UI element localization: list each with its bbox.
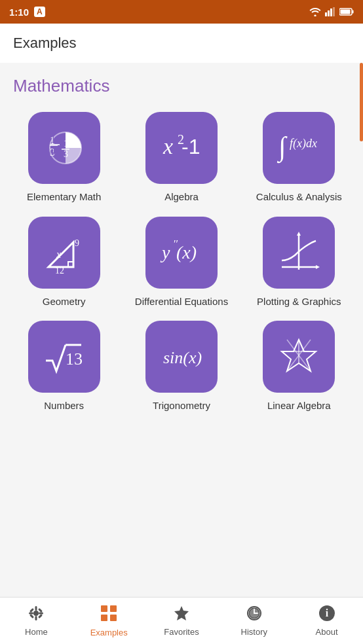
battery-icon (339, 8, 354, 16)
page-title: Examples (13, 35, 77, 52)
algebra-icon-box: x 2 -1 (145, 112, 218, 184)
svg-marker-54 (174, 606, 189, 620)
elementary-math-icon-box: 1 3 3 1 4 1 (28, 112, 100, 184)
home-icon (28, 605, 45, 624)
svg-text:9: 9 (75, 238, 79, 248)
algebra-icon: x 2 -1 (158, 124, 205, 171)
svg-rect-52 (101, 615, 107, 621)
svg-text:∫: ∫ (277, 132, 288, 164)
bottom-nav: Home Examples Favorites (0, 597, 363, 644)
header: Examples (0, 24, 363, 63)
svg-rect-6 (341, 10, 351, 14)
svg-text:sin(x): sin(x) (163, 348, 202, 367)
nav-about[interactable]: i About (290, 598, 363, 644)
svg-text:-1: -1 (182, 135, 200, 158)
differential-icon: y ′′ (x) (158, 229, 205, 276)
svg-text:1: 1 (50, 134, 56, 145)
history-icon (246, 605, 263, 624)
calculus-label: Calculus & Analysis (256, 190, 342, 204)
svg-text:f(x)dx: f(x)dx (290, 137, 317, 151)
geometry-icon-box: x 9 12 (28, 217, 100, 289)
svg-text:(x): (x) (176, 242, 197, 262)
calculus-icon-box: ∫ f(x)dx (263, 112, 335, 184)
svg-rect-53 (110, 615, 117, 621)
svg-rect-47 (38, 608, 43, 613)
nav-history[interactable]: History (218, 598, 290, 644)
scroll-indicator (360, 63, 363, 141)
svg-rect-49 (38, 614, 43, 618)
nav-about-label: About (316, 627, 338, 637)
category-trig[interactable]: sin(x) Trigonometry (128, 321, 235, 412)
linear-algebra-label: Linear Algebra (267, 399, 331, 412)
svg-rect-48 (29, 614, 34, 618)
category-calculus[interactable]: ∫ f(x)dx Calculus & Analysis (246, 112, 353, 204)
svg-rect-45 (39, 613, 43, 615)
svg-rect-43 (35, 616, 37, 620)
svg-marker-31 (316, 265, 320, 269)
differential-label: Differential Equations (135, 295, 228, 308)
category-algebra[interactable]: x 2 -1 Algebra (128, 112, 235, 204)
geometry-icon: x 9 12 (41, 229, 88, 276)
svg-text:1: 1 (64, 139, 68, 149)
trig-icon: sin(x) (158, 333, 205, 380)
section-title: Mathematics (10, 76, 353, 96)
plotting-icon (275, 229, 322, 276)
svg-rect-50 (101, 605, 107, 612)
nav-examples[interactable]: Examples (73, 598, 145, 644)
accessibility-icon: A (34, 7, 45, 17)
svg-text:i: i (325, 607, 328, 618)
svg-marker-32 (297, 232, 301, 236)
svg-text:12: 12 (55, 266, 64, 276)
elementary-icon: 1 3 3 1 4 1 (41, 124, 88, 171)
wifi-icon (309, 7, 321, 16)
nav-history-label: History (241, 627, 267, 637)
nav-favorites[interactable]: Favorites (145, 598, 218, 644)
trig-icon-box: sin(x) (145, 321, 218, 393)
category-differential[interactable]: y ′′ (x) Differential Equations (128, 217, 235, 308)
geometry-label: Geometry (43, 295, 86, 308)
category-elementary-math[interactable]: 1 3 3 1 4 1 Elementary Math (10, 112, 117, 204)
svg-rect-0 (325, 12, 327, 16)
algebra-label: Algebra (164, 190, 199, 204)
about-icon: i (318, 605, 335, 624)
category-plotting[interactable]: Plotting & Graphics (246, 217, 353, 308)
svg-rect-5 (353, 10, 354, 14)
svg-point-41 (33, 611, 39, 616)
examples-icon (100, 604, 118, 625)
favorites-icon (173, 605, 190, 624)
svg-text:13: 13 (66, 349, 83, 368)
svg-text:3: 3 (64, 149, 68, 159)
svg-rect-1 (328, 10, 330, 16)
status-right (309, 7, 354, 16)
nav-favorites-label: Favorites (164, 627, 199, 637)
svg-rect-44 (29, 613, 33, 615)
svg-text:x: x (56, 249, 61, 260)
nav-examples-label: Examples (90, 628, 128, 637)
category-grid: 1 3 3 1 4 1 Elementary Math x 2 - (10, 112, 353, 423)
category-linear-algebra[interactable]: Linear Algebra (246, 321, 353, 412)
numbers-icon-box: 13 (28, 321, 100, 393)
category-geometry[interactable]: x 9 12 Geometry (10, 217, 117, 308)
svg-rect-2 (330, 9, 332, 16)
signal-icon (325, 7, 335, 16)
linear-algebra-icon (275, 333, 322, 380)
svg-text:4: 4 (50, 145, 56, 156)
plotting-label: Plotting & Graphics (257, 295, 341, 308)
nav-home-label: Home (25, 627, 48, 637)
nav-home[interactable]: Home (0, 598, 73, 644)
svg-rect-3 (333, 7, 335, 16)
svg-text:y: y (160, 242, 170, 262)
plotting-icon-box (263, 217, 335, 289)
differential-icon-box: y ′′ (x) (145, 217, 218, 289)
category-numbers[interactable]: 13 Numbers (10, 321, 117, 412)
numbers-icon: 13 (41, 333, 88, 380)
status-time: 1:10 (9, 7, 29, 18)
status-left: 1:10 A (9, 7, 45, 18)
trig-label: Trigonometry (153, 399, 210, 412)
content-area: Mathematics 1 3 3 1 4 1 (0, 63, 363, 597)
elementary-math-label: Elementary Math (27, 190, 101, 204)
svg-rect-51 (110, 605, 117, 612)
svg-rect-46 (29, 608, 34, 613)
status-bar: 1:10 A (0, 0, 363, 24)
svg-rect-42 (35, 606, 37, 611)
